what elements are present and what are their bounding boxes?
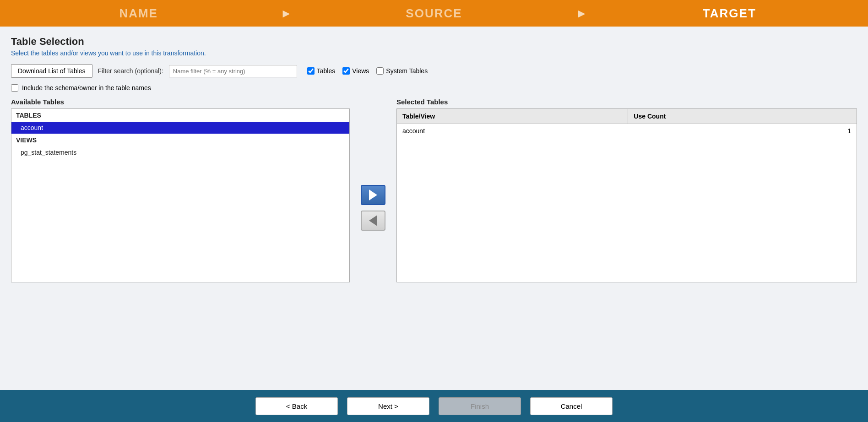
list-item-account[interactable]: account	[11, 122, 349, 134]
tables-area: Available Tables TABLES account VIEWS pg…	[11, 98, 857, 385]
available-section: Available Tables TABLES account VIEWS pg…	[11, 98, 350, 282]
tables-group-header: TABLES	[11, 109, 349, 122]
list-item-pg-stat-statements[interactable]: pg_stat_statements	[11, 146, 349, 158]
tables-checkbox[interactable]	[307, 67, 315, 75]
transfer-right-button[interactable]	[361, 185, 385, 205]
table-row: account 1	[397, 124, 857, 138]
arrow-1: ►	[277, 6, 295, 21]
finish-button: Finish	[439, 397, 521, 415]
arrow-right-icon	[369, 189, 377, 200]
step-source: SOURCE	[295, 0, 572, 27]
views-checkbox-item[interactable]: Views	[342, 67, 369, 75]
back-button[interactable]: < Back	[255, 397, 338, 415]
arrow-2: ►	[573, 6, 591, 21]
filter-input[interactable]	[169, 65, 297, 77]
arrow-left-icon	[369, 215, 377, 226]
step-source-label: SOURCE	[406, 6, 462, 21]
step-target: TARGET	[591, 0, 868, 27]
footer-bar: < Back Next > Finish Cancel	[0, 390, 868, 422]
col-table-view: Table/View	[397, 109, 628, 124]
toolbar-row: Download List of Tables Filter search (o…	[11, 64, 857, 78]
selected-table-name: account	[397, 124, 628, 138]
selected-section: Selected Tables Table/View Use Count acc…	[396, 98, 857, 282]
filter-checkboxes: Tables Views System Tables	[307, 67, 428, 75]
system-tables-checkbox[interactable]	[376, 67, 384, 75]
transfer-left-button[interactable]	[361, 211, 385, 231]
download-button[interactable]: Download List of Tables	[11, 64, 92, 78]
next-button[interactable]: Next >	[347, 397, 429, 415]
available-list[interactable]: TABLES account VIEWS pg_stat_statements	[11, 108, 350, 282]
views-checkbox-label: Views	[352, 67, 369, 75]
tables-checkbox-label: Tables	[317, 67, 335, 75]
step-name-label: NAME	[119, 6, 158, 21]
selected-title: Selected Tables	[396, 98, 857, 106]
schema-label: Include the schema/owner in the table na…	[22, 84, 151, 92]
step-target-label: TARGET	[703, 6, 756, 21]
schema-row: Include the schema/owner in the table na…	[11, 84, 857, 92]
step-name: NAME	[0, 0, 277, 27]
schema-checkbox[interactable]	[11, 84, 18, 92]
views-checkbox[interactable]	[342, 67, 350, 75]
page-title: Table Selection	[11, 36, 857, 48]
system-tables-checkbox-label: System Tables	[386, 67, 428, 75]
selected-table-use-count: 1	[628, 124, 857, 138]
available-title: Available Tables	[11, 98, 350, 106]
transfer-buttons	[350, 185, 396, 231]
system-tables-checkbox-item[interactable]: System Tables	[376, 67, 428, 75]
main-content: Table Selection Select the tables and/or…	[0, 27, 868, 390]
views-group-header: VIEWS	[11, 134, 349, 146]
header-bar: NAME ► SOURCE ► TARGET	[0, 0, 868, 27]
cancel-button[interactable]: Cancel	[530, 397, 613, 415]
filter-label: Filter search (optional):	[98, 67, 163, 75]
col-use-count: Use Count	[628, 109, 857, 124]
selected-table[interactable]: Table/View Use Count account 1	[396, 108, 857, 282]
page-subtitle: Select the tables and/or views you want …	[11, 49, 857, 57]
tables-checkbox-item[interactable]: Tables	[307, 67, 335, 75]
